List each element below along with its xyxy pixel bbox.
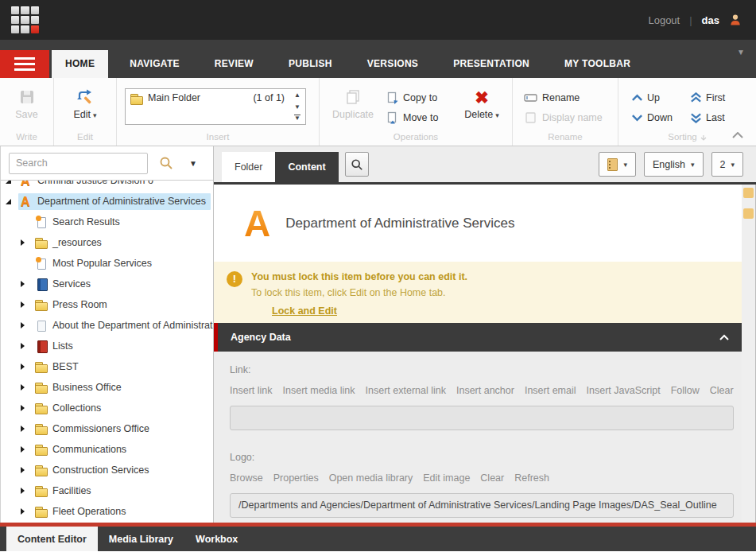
copy-to-button[interactable]: Copy to <box>386 87 453 107</box>
tree-expand-icon[interactable] <box>21 405 33 411</box>
chunk-expand-icon[interactable] <box>700 134 707 141</box>
scroll-end-icon[interactable]: ▼ <box>294 115 300 122</box>
tree-item-label: Commissioners Office <box>52 423 149 434</box>
field-menu-item[interactable]: Clear <box>710 385 734 396</box>
ribbon-tab[interactable]: PUBLISH <box>275 50 346 78</box>
tree-item[interactable]: BEST <box>1 356 213 377</box>
tree-expand-icon[interactable] <box>21 281 33 287</box>
field-menu-item[interactable]: Open media library <box>329 472 413 484</box>
collapse-section-icon[interactable] <box>719 334 729 340</box>
field-menu-item[interactable]: Insert link <box>230 385 273 396</box>
tree-expand-icon[interactable] <box>21 363 33 370</box>
tree-item[interactable]: Search Results <box>1 212 213 232</box>
ribbon-tab[interactable]: VERSIONS <box>354 50 432 78</box>
field-menu-item[interactable]: Properties <box>273 472 319 484</box>
field-menu-item[interactable]: Insert external link <box>366 385 446 396</box>
field-menu-item[interactable]: Browse <box>230 472 263 484</box>
search-options-dropdown-icon[interactable]: ▼ <box>189 159 197 168</box>
collapse-ribbon-button[interactable] <box>732 132 743 138</box>
delete-button[interactable]: ✖ Delete▾ <box>453 78 510 120</box>
ribbon-tab[interactable]: PRESENTATION <box>440 50 543 78</box>
tree-item[interactable]: Most Popular Services <box>1 253 213 274</box>
language-selector[interactable]: English ▾ <box>644 152 704 177</box>
tree-expand-icon[interactable] <box>21 322 33 328</box>
tab-content[interactable]: Content <box>275 152 338 182</box>
hamburger-menu-button[interactable] <box>0 50 49 78</box>
sort-first-button[interactable]: First <box>690 87 752 107</box>
sort-last-button[interactable]: Last <box>690 107 752 127</box>
scroll-down-icon[interactable]: ▼ <box>294 103 300 111</box>
field-menu-item[interactable]: Edit image <box>423 472 470 484</box>
tree-item[interactable]: Services <box>1 274 213 294</box>
tree-item[interactable]: Press Room <box>1 294 213 315</box>
tree-item[interactable]: About the Department of Administrativ <box>1 315 213 336</box>
tree-item[interactable]: Collections <box>1 398 213 418</box>
tree-expand-icon[interactable] <box>21 488 33 494</box>
edit-button[interactable]: Edit▾ <box>54 78 116 120</box>
tree-expand-icon[interactable] <box>21 467 33 473</box>
lock-and-edit-link[interactable]: Lock and Edit <box>272 305 337 317</box>
tree-item[interactable]: Lists <box>1 336 213 356</box>
dropdown-caret-icon: ▾ <box>623 161 627 169</box>
sort-down-button[interactable]: Down <box>631 107 685 127</box>
tree-item[interactable]: Fleet Operations <box>1 501 213 522</box>
insert-list-scrollbar[interactable]: ▲ ▼ ▼ <box>289 89 305 124</box>
field-menu-item[interactable]: Insert email <box>525 385 576 396</box>
ribbon-tab[interactable]: REVIEW <box>201 50 267 78</box>
section-header-agency-data[interactable]: Agency Data <box>214 323 742 352</box>
logo-field-input[interactable]: /Departments and Agencies/Department of … <box>230 493 734 518</box>
logo-square <box>21 6 29 14</box>
tree-expand-icon[interactable] <box>21 426 33 432</box>
tree-expand-icon[interactable] <box>21 301 33 308</box>
tree-item[interactable]: _resources <box>1 232 213 253</box>
tree-expand-icon[interactable] <box>21 508 33 515</box>
content-scrollbar[interactable] <box>742 185 756 523</box>
tree-expand-icon[interactable] <box>21 343 33 349</box>
tab-folder[interactable]: Folder <box>222 152 275 182</box>
field-menu-item[interactable]: Insert JavaScript <box>587 385 661 396</box>
ribbon-tab[interactable]: HOME <box>52 50 108 78</box>
app-logo-icon[interactable] <box>11 6 39 34</box>
display-name-button[interactable]: Display name <box>524 107 618 127</box>
tree-item[interactable]: Commissioners Office <box>1 418 213 439</box>
search-input[interactable] <box>9 153 148 174</box>
app-switcher-tab[interactable]: Content Editor <box>6 527 98 551</box>
ribbon-tab[interactable]: NAVIGATE <box>116 50 193 78</box>
save-button[interactable]: Save <box>0 78 53 120</box>
tabstrip-dropdown-icon[interactable]: ▼ <box>737 48 745 56</box>
insert-option-label[interactable]: Main Folder <box>148 92 200 103</box>
tree-item[interactable]: Facilities <box>1 480 213 501</box>
search-icon[interactable] <box>159 156 173 170</box>
profiles-button[interactable]: ▾ <box>599 152 636 177</box>
field-menu-item[interactable]: Follow <box>671 385 700 396</box>
field-menu-item[interactable]: Insert anchor <box>456 385 514 396</box>
field-menu-item[interactable]: Refresh <box>514 472 549 484</box>
field-menu-item[interactable]: Insert media link <box>283 385 355 396</box>
insert-options-list[interactable]: Main Folder (1 of 1) ▲ ▼ ▼ <box>125 88 306 125</box>
app-switcher-tab[interactable]: Workbox <box>184 527 249 551</box>
tree-item[interactable]: Business Office <box>1 377 213 398</box>
link-field-input[interactable] <box>230 406 734 430</box>
tree-expand-icon[interactable] <box>21 446 33 453</box>
logout-link[interactable]: Logout <box>648 14 680 26</box>
version-selector[interactable]: 2 ▾ <box>711 152 743 177</box>
tree-item[interactable]: Communications <box>1 439 213 460</box>
tree-expand-icon[interactable] <box>21 239 33 246</box>
duplicate-button[interactable]: Duplicate <box>320 78 386 120</box>
ribbon-tab[interactable]: MY TOOLBAR <box>551 50 644 78</box>
tree-item[interactable]: Department of Administrative Services <box>1 191 213 212</box>
tree-item[interactable]: Criminal Justice Division o <box>1 181 213 191</box>
tree-item[interactable]: Construction Services <box>1 460 213 480</box>
rename-button[interactable]: Rename <box>524 87 618 107</box>
tree-expand-icon[interactable] <box>6 199 18 204</box>
tree-expand-icon[interactable] <box>6 181 18 184</box>
user-icon[interactable] <box>729 14 742 26</box>
scroll-up-icon[interactable]: ▲ <box>294 91 300 99</box>
tree-expand-icon[interactable] <box>21 384 33 391</box>
app-switcher-tab[interactable]: Media Library <box>98 527 184 551</box>
scrollbar-marker <box>743 188 754 198</box>
move-to-button[interactable]: Move to <box>386 107 453 127</box>
editor-search-button[interactable] <box>345 152 369 177</box>
sort-up-button[interactable]: Up <box>631 87 685 107</box>
field-menu-item[interactable]: Clear <box>480 472 504 484</box>
